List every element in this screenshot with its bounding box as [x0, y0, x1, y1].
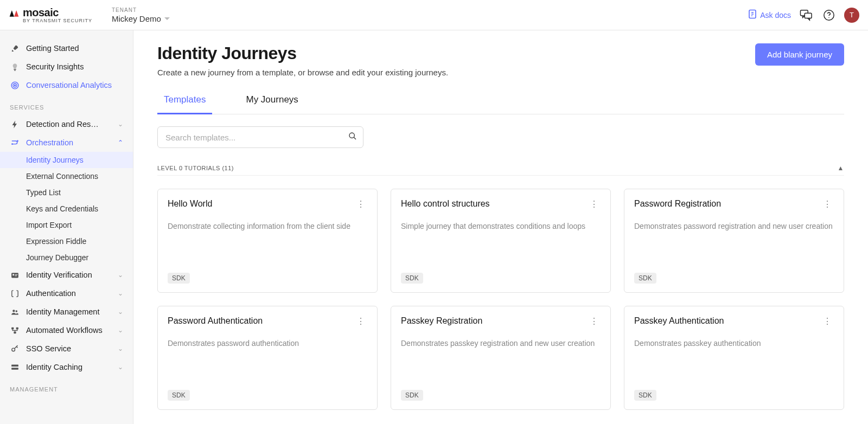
- chevron-down-icon: ⌄: [118, 363, 123, 371]
- svg-rect-16: [11, 327, 14, 329]
- sidebar-subitem-external-connections[interactable]: External Connections: [0, 168, 133, 184]
- tenant-name: Mickey Demo: [112, 14, 161, 23]
- template-card[interactable]: Passkey Registration⋮Demonstrates passke…: [391, 306, 611, 410]
- card-tag: SDK: [168, 390, 190, 401]
- card-title: Passkey Authentication: [634, 316, 724, 326]
- sidebar-item-label: Import Export: [26, 221, 72, 229]
- logo-subtext: BY TRANSMIT SECURITY: [23, 18, 112, 23]
- chevron-up-icon: ⌃: [118, 139, 123, 146]
- sidebar-item-sso-service[interactable]: SSO Service⌄: [0, 339, 133, 358]
- sidebar-item-label: Conversational Analytics: [26, 81, 112, 89]
- card-description: Demonstrates password authentication: [168, 339, 367, 348]
- sidebar-item-label: External Connections: [26, 172, 98, 181]
- search-input[interactable]: [157, 126, 363, 148]
- help-icon[interactable]: [821, 8, 837, 23]
- card-title: Hello World: [168, 199, 212, 209]
- ask-docs-label: Ask docs: [760, 11, 791, 20]
- card-menu-icon[interactable]: ⋮: [821, 199, 834, 210]
- tabs: TemplatesMy Journeys: [157, 94, 844, 114]
- sidebar-subitem-import-export[interactable]: Import Export: [0, 217, 133, 233]
- users-icon: [10, 307, 20, 317]
- sidebar-subitem-keys-and-credentials[interactable]: Keys and Credentials: [0, 201, 133, 217]
- card-tag: SDK: [401, 390, 423, 401]
- bulb-icon: [10, 62, 20, 72]
- svg-rect-20: [11, 364, 18, 367]
- svg-rect-2: [805, 13, 812, 18]
- page-title: Identity Journeys: [157, 43, 448, 63]
- card-menu-icon[interactable]: ⋮: [354, 199, 367, 210]
- search-icon: [348, 132, 357, 143]
- ask-docs-link[interactable]: Ask docs: [748, 9, 791, 21]
- sidebar-subitem-expression-fiddle[interactable]: Expression Fiddle: [0, 233, 133, 249]
- card-menu-icon[interactable]: ⋮: [354, 316, 367, 327]
- chevron-up-icon: ▲: [838, 164, 844, 172]
- sidebar-item-identity-verification[interactable]: Identity Verification⌄: [0, 266, 133, 284]
- card-tag: SDK: [401, 273, 423, 284]
- idcard-icon: [10, 270, 20, 280]
- svg-point-22: [349, 133, 354, 138]
- sidebar-subitem-typed-list[interactable]: Typed List: [0, 184, 133, 201]
- sidebar-item-identity-management[interactable]: Identity Management⌄: [0, 303, 133, 321]
- sidebar-section-management: MANAGEMENT: [0, 376, 133, 397]
- template-card[interactable]: Password Authentication⋮Demonstrates pas…: [157, 306, 378, 410]
- card-menu-icon[interactable]: ⋮: [588, 199, 601, 210]
- chevron-down-icon: ⌄: [118, 308, 123, 316]
- svg-rect-13: [15, 275, 17, 276]
- card-menu-icon[interactable]: ⋮: [821, 316, 834, 327]
- template-card[interactable]: Password Registration⋮Demonstrates passw…: [624, 189, 844, 293]
- workflow-icon: [10, 325, 20, 335]
- search-box: [157, 126, 363, 148]
- tab-my-journeys[interactable]: My Journeys: [239, 94, 304, 114]
- logo[interactable]: mosaic BY TRANSMIT SECURITY: [9, 7, 112, 23]
- card-description: Demonstrates passkey authentication: [634, 339, 834, 348]
- svg-rect-18: [14, 331, 16, 333]
- avatar[interactable]: T: [844, 8, 859, 23]
- add-blank-journey-button[interactable]: Add blank journey: [755, 43, 844, 66]
- card-title: Password Authentication: [168, 316, 263, 326]
- sidebar-item-label: Keys and Credentials: [26, 204, 98, 213]
- svg-rect-11: [12, 274, 14, 275]
- sidebar-item-label: Getting Started: [26, 44, 79, 53]
- sidebar-item-security-insights[interactable]: Security Insights: [0, 57, 133, 76]
- tab-templates[interactable]: Templates: [157, 94, 212, 114]
- tenant-selector[interactable]: TENANT Mickey Demo: [112, 7, 170, 23]
- chevron-down-icon: ⌄: [118, 345, 123, 352]
- card-menu-icon[interactable]: ⋮: [588, 316, 601, 327]
- template-cards: Hello World⋮Demonstrate collecting infor…: [157, 189, 844, 410]
- template-card[interactable]: Hello control structures⋮Simple journey …: [391, 189, 611, 293]
- sidebar-item-conversational-analytics[interactable]: Conversational Analytics: [0, 76, 133, 94]
- sidebar-item-orchestration[interactable]: Orchestration⌃: [0, 133, 133, 152]
- template-card[interactable]: Hello World⋮Demonstrate collecting infor…: [157, 189, 378, 293]
- tenant-label: TENANT: [112, 7, 170, 13]
- svg-point-14: [12, 310, 15, 312]
- sidebar-item-detection-and-response[interactable]: Detection and Respo…⌄: [0, 115, 133, 133]
- logo-icon: [9, 8, 20, 18]
- svg-rect-10: [11, 273, 18, 278]
- svg-point-9: [11, 143, 13, 145]
- svg-rect-21: [11, 368, 18, 370]
- sidebar-item-label: Orchestration: [26, 138, 73, 147]
- sidebar-item-label: Security Insights: [26, 62, 84, 71]
- sidebar-item-label: Typed List: [26, 188, 61, 197]
- brackets-icon: [10, 288, 20, 298]
- sidebar-item-automated-workflows[interactable]: Automated Workflows⌄: [0, 321, 133, 339]
- template-group-header[interactable]: LEVEL 0 TUTORIALS (11) ▲: [157, 164, 844, 176]
- sidebar-subitem-identity-journeys[interactable]: Identity Journeys: [0, 152, 133, 168]
- svg-point-15: [15, 310, 17, 312]
- sidebar-item-getting-started[interactable]: Getting Started: [0, 39, 133, 57]
- topbar-actions: Ask docs T: [748, 8, 859, 23]
- card-tag: SDK: [168, 273, 190, 284]
- svg-point-19: [11, 348, 15, 351]
- bolt-icon: [10, 119, 20, 129]
- sidebar-item-identity-caching[interactable]: Identity Caching⌄: [0, 358, 133, 376]
- svg-rect-17: [16, 327, 18, 329]
- template-card[interactable]: Passkey Authentication⋮Demonstrates pass…: [624, 306, 844, 410]
- chat-icon[interactable]: [799, 8, 814, 23]
- card-description: Demonstrates password registration and n…: [634, 222, 834, 230]
- caret-down-icon: [164, 17, 170, 20]
- sidebar-item-authentication[interactable]: Authentication⌄: [0, 284, 133, 303]
- svg-rect-12: [15, 274, 17, 275]
- svg-point-4: [828, 17, 829, 17]
- card-title: Password Registration: [634, 199, 721, 209]
- sidebar-subitem-journey-debugger[interactable]: Journey Debugger: [0, 249, 133, 266]
